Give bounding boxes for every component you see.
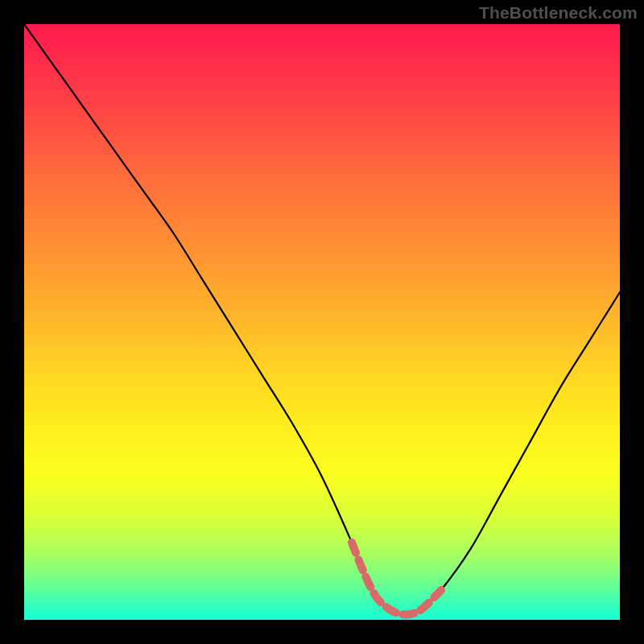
watermark-text: TheBottleneck.com (479, 3, 638, 23)
chart-frame: TheBottleneck.com (0, 0, 644, 644)
curve-svg (24, 24, 620, 620)
highlight-segment (352, 543, 441, 615)
plot-area (24, 24, 620, 620)
bottleneck-curve (24, 24, 620, 615)
